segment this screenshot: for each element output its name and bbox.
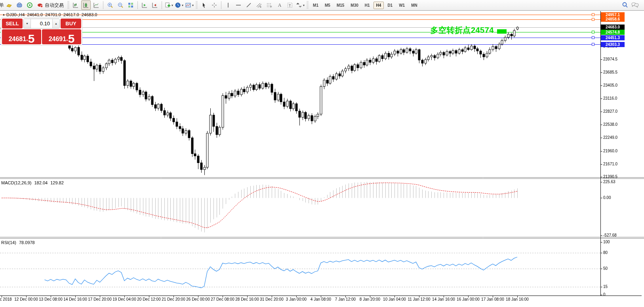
cursor-tool-button[interactable] — [199, 0, 209, 10]
tab-timeframe-w1[interactable]: W1 — [396, 2, 408, 9]
dropdown-caret: ▾ — [303, 4, 305, 7]
trendline-tool-button[interactable] — [244, 0, 253, 10]
ohlc-info-bar: ▲DJ30-,H424641.024701.024617.024683.0 — [2, 12, 99, 17]
direction-up-icon: ▲ — [2, 13, 5, 16]
sell-price-big: 5 — [28, 34, 35, 44]
toolbar-drag-handle[interactable] — [307, 1, 309, 9]
chat-icon[interactable] — [631, 0, 640, 10]
zoom-out-button[interactable] — [116, 0, 125, 10]
volume-increase-button[interactable]: ▲ — [52, 19, 59, 28]
vertical-line-tool-button[interactable] — [223, 0, 233, 10]
gold-icon[interactable] — [4, 0, 14, 10]
bar-chart-button[interactable] — [71, 0, 80, 10]
tab-timeframe-d1[interactable]: D1 — [385, 2, 395, 9]
volume-input[interactable]: 0.10 — [31, 19, 52, 28]
dropdown-caret: ▾ — [182, 4, 183, 7]
tab-timeframe-mn[interactable]: MN — [408, 2, 420, 9]
rsi-value: 78.0978 — [19, 240, 35, 245]
tile-windows-button[interactable] — [126, 0, 135, 10]
macd-signal-value: 129.82 — [50, 180, 64, 185]
channel-tool-button[interactable]: E — [254, 0, 264, 10]
pivot-annotation-marker[interactable] — [497, 29, 507, 34]
macd-main-value: 182.04 — [34, 180, 48, 185]
dropdown-caret: ▾ — [192, 4, 194, 7]
rsi-name: RSI(14) — [1, 240, 16, 245]
search-icon[interactable] — [620, 0, 630, 10]
toolbar-partial-label: 单 — [0, 2, 4, 9]
macd-name: MACD(12,26,9) — [1, 180, 31, 185]
zoom-in-button[interactable] — [105, 0, 115, 10]
pivot-annotation-text[interactable]: 多空转折点24574 — [426, 25, 494, 36]
crosshair-tool-button[interactable] — [210, 0, 219, 10]
buy-price-panel[interactable]: 24691.5 — [42, 29, 81, 44]
periods-button[interactable]: ▾ — [174, 0, 184, 10]
indicators-button[interactable]: ▾ — [185, 0, 194, 10]
svg-text:F: F — [271, 6, 272, 8]
new-order-button[interactable]: ▾ — [164, 0, 173, 10]
open-value: 24641.0 — [27, 12, 43, 17]
history-center-icon[interactable] — [15, 0, 24, 10]
buy-price-big: 5 — [68, 34, 75, 44]
fibonacci-tool-button[interactable]: F — [265, 0, 274, 10]
volume-decrease-button[interactable]: ▼ — [24, 19, 31, 28]
svg-text:T: T — [289, 4, 291, 8]
close-value: 24683.0 — [82, 12, 97, 17]
tab-timeframe-h4[interactable]: H4 — [373, 2, 384, 9]
horizontal-line-tool-button[interactable] — [234, 0, 243, 10]
sell-price-main: 24681 — [9, 36, 27, 44]
chart-shift-button[interactable] — [150, 0, 160, 10]
line-chart-button[interactable] — [91, 0, 101, 10]
toolbar-separator — [162, 1, 162, 9]
autoscroll-button[interactable] — [140, 0, 149, 10]
tab-timeframe-m1[interactable]: M1 — [310, 2, 321, 9]
mt4-window: 单 自动交易 ▾ ▾ ▾ E F A T ▾ M1 — [0, 0, 644, 307]
tab-timeframe-h1[interactable]: H1 — [362, 2, 373, 9]
one-click-trading-widget: SELL ▼ 0.10 ▲ BUY 24681.5 24691.5 — [1, 17, 82, 45]
rsi-indicator-label: RSI(14) 78.0978 — [1, 240, 35, 245]
dropdown-caret: ▾ — [171, 4, 173, 7]
sell-button[interactable]: SELL — [2, 19, 23, 28]
autotrade-label: 自动交易 — [45, 2, 64, 9]
low-value: 24617.0 — [63, 12, 79, 17]
volume-stepper: ▼ 0.10 ▲ — [23, 19, 60, 28]
text-tool-button[interactable]: A — [275, 0, 284, 10]
toolbar-separator — [221, 1, 221, 9]
toolbar-separator — [137, 1, 138, 9]
toolbar-separator — [103, 1, 103, 9]
tab-timeframe-m5[interactable]: M5 — [322, 2, 333, 9]
tab-timeframe-m15[interactable]: M15 — [334, 2, 347, 9]
buy-price-main: 24691 — [49, 36, 67, 44]
candlestick-chart-button[interactable] — [81, 0, 91, 10]
sell-price-panel[interactable]: 24681.5 — [2, 29, 41, 44]
macd-indicator-label: MACD(12,26,9) 182.04 129.82 — [1, 180, 64, 185]
toolbar-drag-handle[interactable] — [67, 1, 69, 9]
chart-canvas[interactable] — [0, 0, 644, 307]
autotrade-button[interactable]: 自动交易 — [35, 0, 66, 10]
symbol-period-label: DJ30-,H4 — [6, 12, 25, 17]
signal-icon[interactable] — [25, 0, 34, 10]
toolbar: 单 自动交易 ▾ ▾ ▾ E F A T ▾ M1 — [0, 0, 644, 11]
svg-text:E: E — [260, 6, 261, 8]
text-label-tool-button[interactable]: T — [285, 0, 295, 10]
high-value: 24701.0 — [45, 12, 61, 17]
buy-button[interactable]: BUY — [61, 19, 81, 28]
toolbar-drag-handle[interactable] — [196, 1, 198, 9]
tab-timeframe-m30[interactable]: M30 — [348, 2, 361, 9]
arrows-tool-button[interactable]: ▾ — [295, 0, 305, 10]
